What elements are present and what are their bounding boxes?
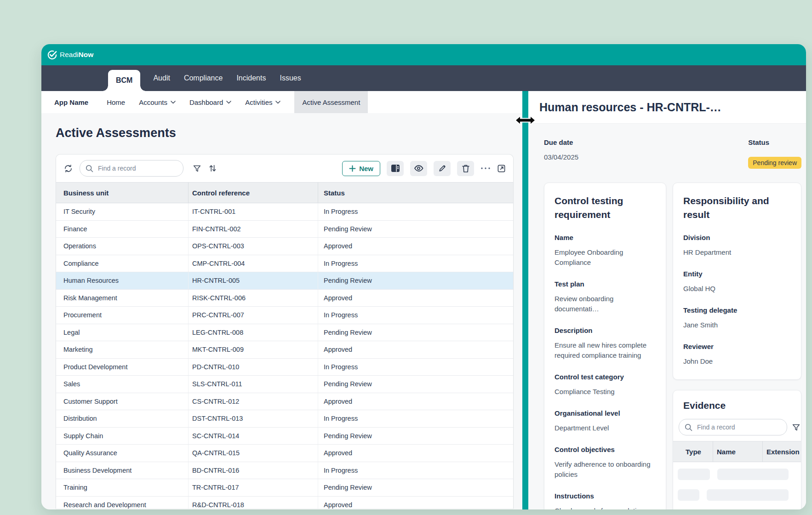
- skeleton-placeholder: [678, 489, 699, 501]
- column-header-status[interactable]: Status: [318, 183, 513, 203]
- skeleton-placeholder: [707, 489, 789, 501]
- table-row[interactable]: Risk Management RISK-CNTRL-006 Approved: [56, 290, 513, 307]
- split-layout: App Name Home Accounts: [41, 91, 806, 509]
- evidence-column-name[interactable]: Name: [713, 441, 763, 462]
- module-tab-label: Audit: [153, 74, 170, 82]
- module-tab[interactable]: Incidents: [235, 65, 267, 91]
- cell-business-unit: Compliance: [56, 255, 189, 272]
- cell-status: In Progress: [318, 410, 513, 427]
- subnav-item[interactable]: Home: [107, 91, 125, 113]
- side-panel-toggle-button[interactable]: [387, 161, 404, 176]
- table-row[interactable]: Quality Assurance QA-CNTRL-015 Approved: [56, 445, 513, 462]
- cell-business-unit: Customer Support: [56, 393, 189, 410]
- new-record-button[interactable]: New: [342, 161, 380, 176]
- table-row[interactable]: Finance FIN-CNTRL-002 Pending Review: [56, 221, 513, 238]
- table-row[interactable]: Business Development BD-CNTRL-016 In Pro…: [56, 462, 513, 480]
- field-label: Reviewer: [683, 343, 791, 350]
- open-in-new-button[interactable]: [497, 164, 506, 173]
- sort-arrows-icon: [208, 164, 217, 173]
- detail-panel: Human resources - HR-CNTRL-… Due date 03…: [528, 91, 806, 509]
- table-row[interactable]: Human Resources HR-CNTRL-005 Pending Rev…: [56, 272, 513, 290]
- cell-control-reference: SC-CNTRL-014: [189, 428, 318, 445]
- search-icon: [86, 165, 93, 172]
- subnav-item[interactable]: Active Assessment: [294, 91, 368, 113]
- detail-field: Instructions Check records for completio…: [555, 492, 656, 509]
- table-row[interactable]: Supply Chain SC-CNTRL-014 Pending Review: [56, 428, 513, 445]
- cell-status: Approved: [318, 445, 513, 462]
- table-row[interactable]: Sales SLS-CNTRL-011 Pending Review: [56, 376, 513, 393]
- table-row[interactable]: Distribution DST-CNTRL-013 In Progress: [56, 410, 513, 428]
- cell-status: Approved: [318, 290, 513, 307]
- module-tab[interactable]: Issues: [279, 65, 302, 91]
- field-label: Instructions: [555, 492, 656, 500]
- page-title: Active Assessments: [56, 126, 522, 140]
- module-tab[interactable]: Audit: [152, 65, 171, 91]
- edit-button[interactable]: [434, 161, 451, 176]
- evidence-column-type[interactable]: Type: [673, 441, 713, 462]
- cell-status: Approved: [318, 393, 513, 410]
- field-value: Review onboarding documentati…: [555, 294, 656, 314]
- module-tab-label: Incidents: [236, 74, 266, 82]
- table-row[interactable]: Research and Development R&D-CNTRL-018 A…: [56, 497, 513, 509]
- due-date-label: Due date: [544, 138, 578, 146]
- column-header-control-reference[interactable]: Control reference: [189, 183, 318, 203]
- subnav-items: Home Accounts Dashboard: [107, 91, 368, 113]
- field-label: Entity: [683, 270, 791, 278]
- status-label: Status: [748, 138, 769, 146]
- responsibility-card-title: Responsibility and result: [683, 194, 791, 222]
- cell-business-unit: Risk Management: [56, 290, 189, 307]
- cell-status: Pending Review: [318, 272, 513, 289]
- more-actions-button[interactable]: [480, 167, 491, 170]
- module-tab[interactable]: Compliance: [183, 65, 223, 91]
- panel-resize-divider[interactable]: [522, 91, 528, 509]
- subnav-item[interactable]: Dashboard: [189, 91, 231, 113]
- cell-business-unit: Training: [56, 479, 189, 496]
- table-row[interactable]: Operations OPS-CNTRL-003 Approved: [56, 238, 513, 255]
- chevron-down-icon: [226, 101, 231, 104]
- field-label: Control test category: [555, 373, 656, 381]
- evidence-filter-button[interactable]: [792, 423, 801, 432]
- cell-status: In Progress: [318, 307, 513, 324]
- module-tab-label: Compliance: [184, 74, 223, 82]
- column-header-business-unit[interactable]: Business unit: [56, 183, 189, 203]
- detail-cards: Control testing requirement Name Employe…: [544, 183, 801, 509]
- cell-control-reference: DST-CNTRL-013: [189, 410, 318, 427]
- delete-button[interactable]: [457, 161, 474, 176]
- sort-button[interactable]: [208, 164, 217, 173]
- cell-business-unit: Marketing: [56, 341, 189, 358]
- desktop-background: ReadiNow BCM Audit Compliance Incidents …: [0, 0, 812, 515]
- table-row[interactable]: Training TR-CNTRL-017 Pending Review: [56, 479, 513, 497]
- cell-control-reference: BD-CNTRL-016: [189, 462, 318, 479]
- detail-field: Entity Global HQ: [683, 270, 791, 294]
- table-row[interactable]: Compliance CMP-CNTRL-004 In Progress: [56, 255, 513, 273]
- table-row[interactable]: Marketing MKT-CNTRL-009 Approved: [56, 341, 513, 359]
- field-label: Division: [683, 234, 791, 241]
- app-subnav: App Name Home Accounts: [41, 91, 522, 113]
- filter-button[interactable]: [193, 164, 201, 173]
- table-row[interactable]: Customer Support CS-CNTRL-012 Approved: [56, 393, 513, 411]
- readinow-logo[interactable]: ReadiNow: [47, 50, 93, 60]
- subnav-item-label: Dashboard: [189, 98, 223, 106]
- detail-field: Control test category Compliance Testing: [555, 373, 656, 397]
- subnav-item[interactable]: Activities: [245, 91, 280, 113]
- table-row[interactable]: Legal LEG-CNTRL-008 Pending Review: [56, 324, 513, 342]
- table-row[interactable]: IT Security IT-CNTRL-001 In Progress: [56, 203, 513, 221]
- table-row[interactable]: Procurement PRC-CNTRL-007 In Progress: [56, 307, 513, 324]
- table-header: Business unit Control reference Status: [56, 182, 513, 203]
- cell-business-unit: Human Resources: [56, 272, 189, 289]
- refresh-button[interactable]: [63, 164, 73, 173]
- filter-funnel-icon: [792, 423, 801, 432]
- subnav-item[interactable]: Accounts: [139, 91, 176, 113]
- preview-button[interactable]: [410, 161, 427, 176]
- grid-search-input[interactable]: [97, 164, 177, 172]
- module-tab[interactable]: BCM: [108, 70, 140, 91]
- field-value: Verify adherence to onboarding policies: [555, 459, 656, 480]
- table-row[interactable]: Product Development PD-CNTRL-010 In Prog…: [56, 359, 513, 376]
- evidence-column-extension[interactable]: Extension: [763, 441, 801, 462]
- evidence-search-input[interactable]: [696, 423, 781, 431]
- detail-field: Division HR Department: [683, 234, 791, 258]
- cell-business-unit: IT Security: [56, 203, 189, 220]
- skeleton-placeholder: [678, 469, 710, 480]
- control-testing-card-title: Control testing requirement: [555, 194, 656, 222]
- field-label: Control objectives: [555, 446, 656, 453]
